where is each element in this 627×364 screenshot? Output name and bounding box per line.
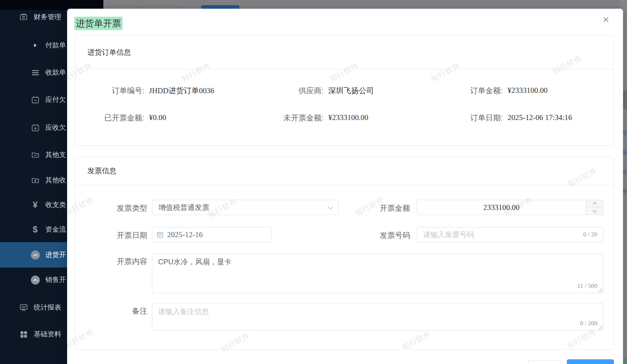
order-field-value: JHDD进货订单0036 [149,86,214,96]
invoice-type-label: 发票类型 [78,203,147,213]
sidebar-item-label: 其他支 [45,150,66,160]
circle-arrow-up-icon [30,275,40,285]
folder-plus-icon [30,175,40,185]
order-field-value: 深圳飞扬公司 [328,86,374,96]
calendar-icon [157,231,164,238]
invoice-content-textarea[interactable]: CPU水冷，风扇，显卡 [152,254,603,293]
sidebar-item-label: 统计报表 [34,303,61,312]
chevron-down-icon [593,208,597,212]
sidebar-item-label: 资金流 [45,225,66,234]
sidebar-item-label: 收款单 [45,68,66,77]
yen-icon: ¥ [30,200,40,210]
invoice-content-field: CPU水冷，风扇，显卡 11 / 500 [152,253,603,293]
order-field-value: ¥2333100.00 [328,113,368,122]
order-field-label: 订单编号: [75,86,144,96]
number-stepper [586,200,603,215]
order-field-value: ¥0.00 [149,113,166,122]
sidebar-item-label: 应收欠 [45,123,66,132]
order-field: 订单金额:¥2333100.00 [434,86,614,96]
invoice-dialog: 进货单开票 × 进货订单信息 订单编号:JHDD进货订单0036供应商:深圳飞扬… [67,9,623,364]
invoice-type-select[interactable]: 增值税普通发票 [152,200,339,215]
order-field-value: 2025-12-06 17:34:16 [508,113,572,122]
resize-handle-icon[interactable] [598,326,602,330]
remark-counter: 0 / 200 [580,320,597,327]
invoice-date-label: 开票日期 [78,230,147,240]
close-icon[interactable]: × [600,14,612,26]
order-field-label: 已开票金额: [75,113,144,123]
calendar-plus-icon [30,123,40,132]
dialog-title: 进货单开票 [74,17,123,30]
top-bar-divider [103,4,627,5]
cancel-button[interactable] [528,360,561,364]
invoice-info-card: 发票信息 发票类型 增值税普通发票 开票金额 开票日期 2025-1 [75,157,614,350]
invoice-type-value: 增值税普通发票 [158,203,209,212]
invoice-amount-label: 开票金额 [341,203,410,213]
sidebar-item-label: 其他收 [45,175,66,185]
order-field: 订单日期:2025-12-06 17:34:16 [434,113,614,123]
dollar-icon: $ [30,225,40,234]
arrow-right-icon [30,41,40,50]
order-info-row: 订单编号:JHDD进货订单0036供应商:深圳飞扬公司订单金额:¥2333100… [75,77,614,104]
remark-textarea[interactable] [152,303,603,330]
chevron-down-icon [328,204,333,210]
order-field: 供应商:深圳飞扬公司 [255,86,434,96]
invoice-card-title: 发票信息 [75,157,614,185]
chevron-up-icon [593,202,597,206]
remark-field: 0 / 200 [152,303,603,331]
order-field: 已开票金额:¥0.00 [75,113,255,123]
sidebar-item-label: 收支类 [45,200,66,210]
confirm-button[interactable] [567,359,614,364]
order-info-row: 已开票金额:¥0.00未开票金额:¥2333100.00订单日期:2025-12… [75,104,614,131]
remark-label: 备注 [78,306,147,316]
receipt-lines-icon [30,68,40,77]
invoice-number-counter: 0 / 20 [583,231,597,238]
invoice-number-label: 发票号码 [341,230,410,240]
sidebar-item-label: 付款单 [45,41,66,50]
stepper-up-button[interactable] [586,200,603,207]
chart-board-icon [19,303,28,312]
order-field-label: 订单金额: [434,86,503,96]
sidebar-item-label: 财务管理 [34,12,61,22]
order-field-value: ¥2333100.00 [508,86,548,95]
order-field: 订单编号:JHDD进货订单0036 [75,86,255,96]
order-field-label: 订单日期: [434,113,503,123]
invoice-number-input[interactable] [417,227,603,242]
order-field-label: 供应商: [255,86,323,96]
invoice-date-picker[interactable]: 2025-12-16 [152,227,271,242]
circle-arrow-up-icon [30,250,40,260]
order-field: 未开票金额:¥2333100.00 [255,113,434,123]
stepper-down-button[interactable] [586,207,603,215]
grid-icon [19,330,28,339]
order-info-card: 进货订单信息 订单编号:JHDD进货订单0036供应商:深圳飞扬公司订单金额:¥… [75,35,614,146]
invoice-amount-input[interactable] [417,200,603,215]
folder-minus-icon [30,150,40,160]
invoice-content-counter: 11 / 500 [577,282,597,290]
invoice-content-label: 开票内容 [78,256,147,266]
sidebar-item-label: 应付欠 [45,95,66,104]
sidebar-item-label: 进货开 [45,250,66,260]
invoice-amount-stepper [417,200,603,215]
sidebar-item-label: 销售开 [45,275,66,285]
sidebar-item-label: 基础资料 [34,330,61,339]
calendar-minus-icon [30,95,40,104]
finance-icon [19,12,28,22]
order-field-label: 未开票金额: [255,113,323,123]
order-card-title: 进货订单信息 [75,36,614,69]
resize-handle-icon[interactable] [598,288,602,292]
invoice-number-field: 0 / 20 [417,227,603,242]
invoice-date-value: 2025-12-16 [167,230,203,239]
